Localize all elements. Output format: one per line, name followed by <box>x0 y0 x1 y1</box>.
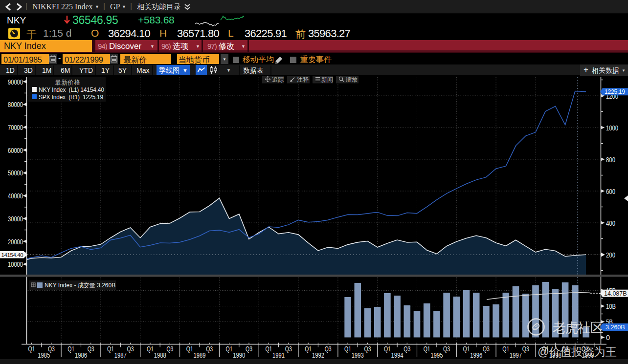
svg-text:Q3: Q3 <box>206 345 213 353</box>
svg-text:1989: 1989 <box>194 351 206 359</box>
svg-text:Q1: Q1 <box>226 345 233 353</box>
svg-text:追踪: 追踪 <box>272 76 284 83</box>
svg-text:80000: 80000 <box>8 101 23 108</box>
svg-text:Q1: Q1 <box>28 345 35 353</box>
svg-text:400: 400 <box>606 219 615 227</box>
svg-text:缩放: 缩放 <box>346 76 358 83</box>
svg-text:30000: 30000 <box>8 215 23 223</box>
svg-text:14.087B: 14.087B <box>604 290 627 297</box>
svg-text:NKY Index (L1) 14154.40: NKY Index (L1) 14154.40 <box>39 86 104 93</box>
svg-text:Q3: Q3 <box>522 345 529 353</box>
svg-text:50000: 50000 <box>8 169 23 177</box>
svg-text:20000: 20000 <box>8 238 23 246</box>
svg-text:Q3: Q3 <box>127 345 134 353</box>
svg-text:NKY Index - 成交量 3.260B: NKY Index - 成交量 3.260B <box>45 282 115 289</box>
svg-text:1985: 1985 <box>38 351 50 359</box>
svg-text:Q1: Q1 <box>67 345 74 353</box>
svg-text:1990: 1990 <box>233 351 245 359</box>
svg-text:60000: 60000 <box>8 147 23 154</box>
svg-text:Q3: Q3 <box>166 345 173 353</box>
svg-text:Q1: Q1 <box>344 345 351 353</box>
svg-text:注释: 注释 <box>297 76 309 83</box>
svg-text:新闻: 新闻 <box>321 76 333 83</box>
svg-text:最新价格: 最新价格 <box>55 79 80 86</box>
svg-text:1996: 1996 <box>470 351 482 359</box>
svg-text:Q1: Q1 <box>424 345 430 353</box>
svg-text:10000: 10000 <box>8 260 23 268</box>
svg-text:70000: 70000 <box>8 124 23 131</box>
svg-text:14154.40: 14154.40 <box>1 252 23 258</box>
svg-text:1986: 1986 <box>75 351 87 359</box>
svg-text:Q3: Q3 <box>246 345 252 353</box>
svg-text:Q3: Q3 <box>285 345 292 353</box>
svg-text:Q1: Q1 <box>147 345 154 353</box>
svg-text:1993: 1993 <box>352 351 364 359</box>
svg-text:600: 600 <box>606 188 615 195</box>
svg-text:200: 200 <box>606 251 615 259</box>
svg-text:1987: 1987 <box>114 351 127 359</box>
svg-text:1225.19: 1225.19 <box>605 88 626 95</box>
svg-text:Q1: Q1 <box>384 345 391 353</box>
svg-text:Q3: Q3 <box>404 345 410 353</box>
svg-text:90000: 90000 <box>8 78 23 86</box>
svg-text:Q1: Q1 <box>305 345 312 353</box>
svg-text:Q3: Q3 <box>88 345 94 353</box>
svg-text:Q1: Q1 <box>107 345 114 353</box>
svg-text:40000: 40000 <box>8 192 23 200</box>
svg-text:Q1: Q1 <box>265 345 272 353</box>
svg-text:Q3: Q3 <box>443 345 450 353</box>
svg-text:SPX Index (R1) 1225.19: SPX Index (R1) 1225.19 <box>39 94 103 101</box>
svg-text:老虎社区: 老虎社区 <box>553 321 604 335</box>
svg-text:3.260B: 3.260B <box>606 324 625 331</box>
svg-text:Q3: Q3 <box>483 345 490 353</box>
svg-text:Q3: Q3 <box>364 345 371 353</box>
svg-text:Q1: Q1 <box>502 345 509 353</box>
svg-text:0: 0 <box>606 334 610 342</box>
svg-text:1000: 1000 <box>606 124 618 132</box>
svg-text:1995: 1995 <box>430 351 443 359</box>
svg-text:1994: 1994 <box>391 351 404 359</box>
svg-text:@价值投资为王: @价值投资为王 <box>538 345 616 358</box>
svg-text:Q3: Q3 <box>325 345 332 353</box>
svg-text:800: 800 <box>606 156 615 164</box>
svg-text:1992: 1992 <box>312 351 324 359</box>
svg-text:1997: 1997 <box>510 351 522 359</box>
svg-text:Q1: Q1 <box>463 345 470 353</box>
svg-text:Q1: Q1 <box>186 345 193 353</box>
svg-text:1991: 1991 <box>272 351 285 359</box>
svg-text:10B: 10B <box>606 302 616 310</box>
svg-text:1988: 1988 <box>154 351 166 359</box>
